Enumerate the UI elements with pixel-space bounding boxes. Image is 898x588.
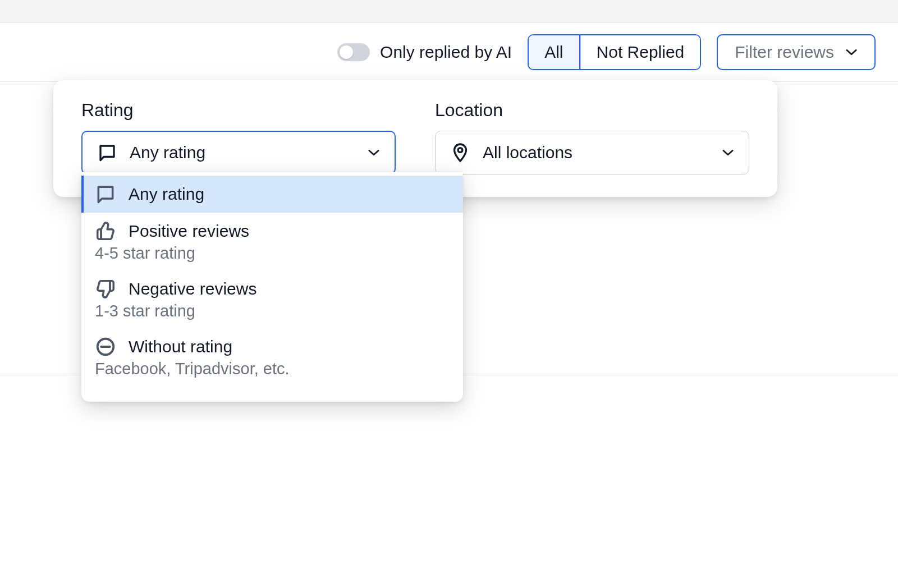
rating-select-value: Any rating	[130, 143, 205, 162]
ai-reply-toggle[interactable]	[337, 43, 370, 61]
option-label: Without rating	[129, 337, 232, 356]
main-panel: Only replied by AI All Not Replied Filte…	[0, 22, 898, 588]
seg-not-replied-button[interactable]: Not Replied	[580, 35, 700, 69]
location-pin-icon	[450, 143, 470, 163]
location-column: Location All locations	[435, 100, 749, 174]
rating-option-positive[interactable]: Positive reviews 4-5 star rating	[81, 213, 463, 270]
rating-dropdown: Any rating Positive reviews 4-5 star rat…	[81, 172, 463, 402]
reply-filter-segmented: All Not Replied	[528, 34, 701, 70]
location-select[interactable]: All locations	[435, 131, 749, 174]
content-below	[0, 374, 898, 588]
toggle-knob	[340, 45, 353, 59]
location-select-value: All locations	[483, 143, 572, 162]
chat-icon	[97, 143, 117, 163]
svg-point-0	[458, 148, 462, 153]
chevron-down-icon	[845, 46, 858, 58]
rating-heading: Rating	[81, 100, 396, 121]
option-label: Negative reviews	[129, 279, 256, 298]
chevron-down-icon	[368, 146, 380, 159]
option-label: Any rating	[129, 185, 204, 204]
option-sublabel: 4-5 star rating	[95, 244, 450, 263]
option-sublabel: Facebook, Tripadvisor, etc.	[95, 360, 450, 378]
seg-all-button[interactable]: All	[529, 35, 580, 69]
rating-select[interactable]: Any rating	[81, 131, 396, 174]
ai-reply-toggle-group: Only replied by AI	[337, 43, 512, 62]
filter-reviews-button[interactable]: Filter reviews	[717, 34, 876, 70]
filter-reviews-label: Filter reviews	[735, 43, 834, 62]
rating-column: Rating Any rating	[81, 100, 396, 174]
option-sublabel: 1-3 star rating	[95, 302, 450, 320]
location-heading: Location	[435, 100, 749, 121]
ai-reply-toggle-label: Only replied by AI	[380, 43, 512, 62]
minus-circle-icon	[95, 336, 116, 357]
thumbs-down-icon	[95, 278, 116, 300]
thumbs-up-icon	[95, 220, 116, 242]
chevron-down-icon	[722, 146, 734, 159]
rating-option-without[interactable]: Without rating Facebook, Tripadvisor, et…	[81, 328, 463, 386]
toolbar: Only replied by AI All Not Replied Filte…	[0, 23, 898, 82]
chat-icon	[95, 183, 116, 205]
rating-option-negative[interactable]: Negative reviews 1-3 star rating	[81, 270, 463, 328]
rating-option-any[interactable]: Any rating	[81, 176, 463, 213]
option-label: Positive reviews	[129, 222, 249, 241]
